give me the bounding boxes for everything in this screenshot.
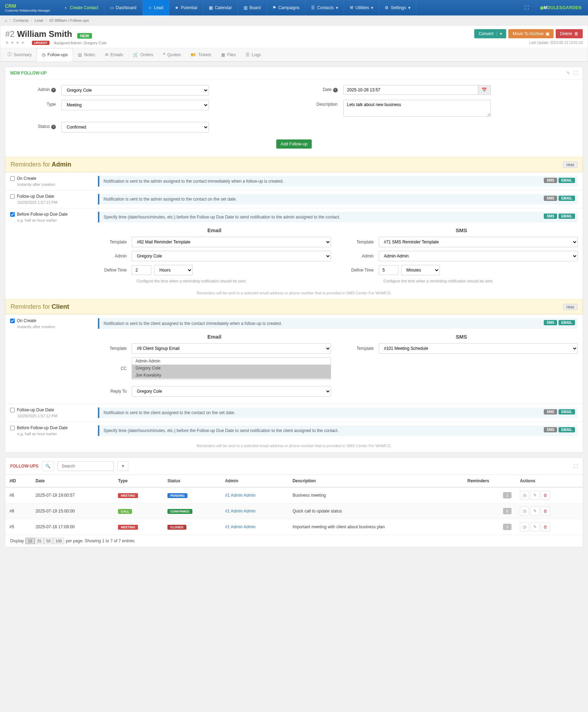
sms-toggle[interactable]: SMS — [544, 320, 557, 325]
email-toggle[interactable]: EMAIL — [559, 409, 575, 414]
pagesize-25[interactable]: 25 — [35, 538, 44, 544]
col-actions[interactable]: Actions — [516, 475, 583, 488]
nav-settings[interactable]: ⚙Settings ▾ — [379, 0, 416, 15]
col-status[interactable]: Status — [163, 475, 221, 488]
expand-icon[interactable]: ⛶ — [574, 464, 578, 469]
col-type[interactable]: Type — [114, 475, 163, 488]
delete-action[interactable]: 🗑 — [541, 522, 550, 531]
nav-lead[interactable]: ☆Lead — [143, 0, 170, 15]
nav-utilities[interactable]: ⚒Utilities ▾ — [344, 0, 379, 15]
description-textarea[interactable]: Lets talk about new business — [343, 100, 491, 117]
email-time-value[interactable] — [132, 265, 151, 275]
tab-tickets[interactable]: 🎫Tickets — [186, 48, 216, 61]
email-toggle[interactable]: EMAIL — [559, 320, 575, 325]
col-date[interactable]: Date — [31, 475, 114, 488]
search-icon-button[interactable]: 🔍 — [42, 461, 54, 471]
crumb-link[interactable]: Contacts — [13, 18, 28, 22]
pagesize-10[interactable]: 10 — [25, 538, 34, 544]
admin-link[interactable]: #1 Admin Admin — [225, 493, 256, 498]
email-time-unit[interactable]: Hours — [154, 265, 193, 275]
hide-button[interactable]: Hide — [563, 304, 577, 310]
sms-time-value[interactable] — [379, 265, 398, 275]
col-id[interactable]: #ID — [5, 475, 31, 488]
help-icon[interactable]: ? — [333, 88, 338, 92]
client-on-create-checkbox[interactable]: On Create — [10, 318, 91, 323]
calendar-icon[interactable]: 📅 — [478, 85, 491, 95]
cc-multiselect[interactable]: Admin Admin Gregory Cole Joe Kowalsky — [132, 357, 331, 380]
sms-time-unit[interactable]: Minutes — [401, 265, 440, 275]
on-create-checkbox[interactable]: On Create — [10, 176, 91, 181]
client-due-checkbox[interactable]: Follow-up Due Date — [10, 407, 91, 412]
email-toggle[interactable]: EMAIL — [559, 196, 575, 201]
nav-dashboard[interactable]: ▭Dashboard — [104, 0, 143, 15]
edit-icon[interactable]: ✎ — [567, 71, 570, 76]
email-admin-select[interactable]: Gregory Cole — [132, 251, 331, 261]
tab-quotes[interactable]: ❝Quotes — [158, 48, 186, 61]
nav-potential[interactable]: ★Potential — [169, 0, 203, 15]
client-email-template-select[interactable]: #9 Client Signup Email — [132, 343, 331, 354]
col-description[interactable]: Description — [288, 475, 463, 488]
tab-follow-ups[interactable]: ◷Follow-ups — [37, 48, 73, 61]
edit-action[interactable]: ✎ — [530, 522, 540, 531]
fullscreen-icon[interactable]: ⛶ — [520, 5, 534, 10]
type-select[interactable]: Meeting — [61, 100, 209, 110]
email-toggle[interactable]: EMAIL — [559, 214, 575, 219]
admin-link[interactable]: #1 Admin Admin — [225, 509, 256, 514]
delete-action[interactable]: 🗑 — [541, 507, 550, 516]
date-input[interactable] — [343, 85, 478, 95]
sms-toggle[interactable]: SMS — [544, 196, 557, 201]
tab-orders[interactable]: 🛒Orders — [128, 48, 158, 61]
sms-toggle[interactable]: SMS — [544, 409, 557, 414]
edit-action[interactable]: ✎ — [530, 507, 540, 516]
pagesize-100[interactable]: 100 — [53, 538, 64, 544]
convert-button[interactable]: Convert▾ — [474, 29, 506, 38]
delete-button[interactable]: Delete🗑 — [556, 29, 583, 38]
help-icon[interactable]: ? — [51, 88, 56, 92]
reply-to-select[interactable]: Gregory Cole — [132, 386, 331, 397]
status-select[interactable]: Confirmed — [61, 122, 209, 132]
admin-link[interactable]: #1 Admin Admin — [225, 524, 256, 529]
crumb-link[interactable]: Lead — [34, 18, 43, 22]
sms-template-select[interactable]: #71 SMS Reminder Template — [379, 237, 578, 247]
tab-summary[interactable]: ⓘSummary — [2, 48, 37, 61]
col-reminders[interactable]: Reminders — [463, 475, 516, 488]
due-date-checkbox[interactable]: Follow-up Due Date — [10, 194, 91, 199]
client-before-checkbox[interactable]: Before Follow-up Due Date — [10, 425, 91, 430]
sms-toggle[interactable]: SMS — [544, 178, 557, 183]
delete-action[interactable]: 🗑 — [541, 491, 550, 500]
sms-admin-select[interactable]: Admin Admin — [379, 251, 578, 261]
admin-select[interactable]: Gregory Cole — [61, 85, 209, 96]
archive-button[interactable]: Move To Archive▣ — [508, 29, 554, 38]
complete-action[interactable]: ◷ — [520, 491, 529, 500]
email-template-select[interactable]: #82 Mail Reminder Template — [132, 237, 331, 247]
nav-board[interactable]: ▥Board — [238, 0, 267, 15]
filter-button[interactable]: ▼ — [117, 461, 128, 471]
nav-calendar[interactable]: ▦Calendar — [203, 0, 238, 15]
edit-action[interactable]: ✎ — [530, 491, 540, 500]
tab-notes[interactable]: ▤Notes — [73, 48, 100, 61]
nav-campaigns[interactable]: ⚑Campaigns — [267, 0, 306, 15]
tab-logs[interactable]: ☰Logs — [241, 48, 266, 61]
add-followup-button[interactable]: Add Follow-up — [276, 139, 312, 149]
client-sms-template-select[interactable]: #101 Meeting Schedule — [379, 343, 578, 354]
tab-emails[interactable]: ✉Emails — [100, 48, 128, 61]
create-contact-button[interactable]: ＋ Create Contact — [58, 0, 104, 15]
hide-button[interactable]: Hide — [563, 162, 577, 168]
email-toggle[interactable]: EMAIL — [559, 178, 575, 183]
complete-action[interactable]: ◷ — [520, 507, 529, 516]
help-icon[interactable]: ? — [51, 125, 56, 129]
before-due-checkbox[interactable]: Before Follow-up Due Date — [10, 212, 91, 217]
chevron-down-icon[interactable]: ▾ — [497, 31, 502, 36]
sms-toggle[interactable]: SMS — [544, 427, 557, 432]
expand-icon[interactable]: ⛶ — [574, 71, 578, 76]
tab-files[interactable]: ▦Files — [216, 48, 241, 61]
nav-contacts[interactable]: ☰Contacts ▾ — [305, 0, 344, 15]
sms-toggle[interactable]: SMS — [544, 214, 557, 219]
col-admin[interactable]: Admin — [221, 475, 288, 488]
complete-action[interactable]: ◷ — [520, 522, 529, 531]
star-rating[interactable]: ★ ★ ★ ★ — [5, 40, 25, 45]
home-icon[interactable]: ⌂ — [5, 18, 7, 22]
search-input[interactable] — [58, 461, 114, 471]
email-toggle[interactable]: EMAIL — [559, 427, 575, 432]
pagesize-50[interactable]: 50 — [44, 538, 53, 544]
